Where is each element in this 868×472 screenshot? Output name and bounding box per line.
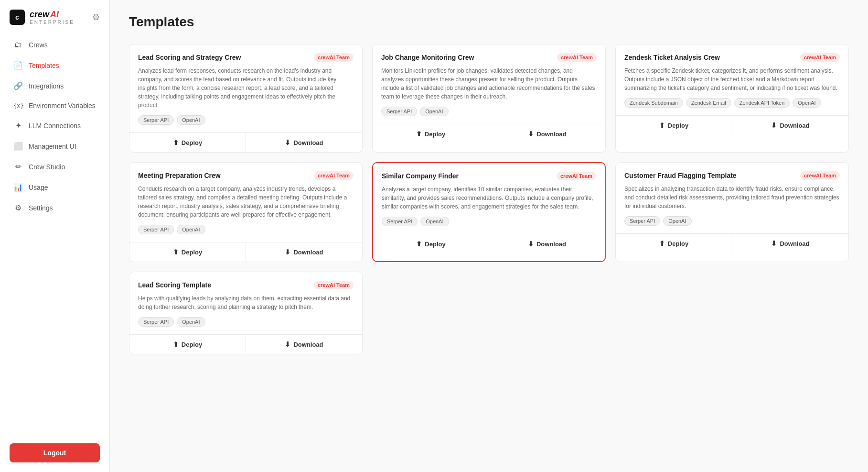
sidebar-settings-icon: ⚙ [13, 203, 23, 212]
tag-openai: OpenAI [177, 317, 205, 327]
download-button[interactable]: ⬇ Download [489, 124, 605, 143]
deploy-button[interactable]: ⬆ Deploy [373, 234, 489, 253]
deploy-label: Deploy [182, 249, 202, 256]
sidebar-item-crews-label: Crews [29, 41, 48, 49]
logout-button[interactable]: Logout [10, 443, 100, 462]
card-title: Job Change Monitoring Crew [381, 54, 474, 61]
sidebar-item-crew-studio-label: Crew Studio [29, 163, 65, 171]
sidebar-item-usage[interactable]: 📊 Usage [4, 177, 106, 197]
logout-section: Logout [0, 434, 109, 472]
sidebar-item-management[interactable]: ⬜ Management UI [4, 136, 106, 156]
download-icon: ⬇ [771, 121, 777, 129]
card-tags: Zendesk Subdomain Zendesk Email Zendesk … [624, 98, 840, 108]
card-lead-scoring-strategy: Lead Scoring and Strategy Crew crewAI Te… [129, 44, 363, 153]
card-actions: ⬆ Deploy ⬇ Download [616, 115, 848, 135]
card-title: Zendesk Ticket Analysis Crew [624, 54, 720, 61]
card-badge: crewAI Team [314, 281, 354, 289]
sidebar-item-usage-label: Usage [29, 184, 48, 191]
card-desc: Monitors LinkedIn profiles for job chang… [381, 66, 597, 101]
sidebar-item-crew-studio[interactable]: ✏ Crew Studio [4, 157, 106, 176]
sidebar-item-management-label: Management UI [29, 143, 76, 150]
download-button[interactable]: ⬇ Download [732, 116, 848, 135]
card-badge: crewAI Team [557, 172, 596, 180]
download-button[interactable]: ⬇ Download [246, 242, 362, 262]
deploy-button[interactable]: ⬆ Deploy [129, 242, 246, 262]
card-header: Job Change Monitoring Crew crewAI Team [381, 53, 597, 62]
tag-serper: Serper API [381, 107, 417, 116]
env-vars-icon: {x} [13, 102, 23, 109]
card-lead-scoring-template: Lead Scoring Template crewAI Team Helps … [129, 272, 363, 354]
deploy-icon: ⬆ [659, 121, 665, 129]
deploy-icon: ⬆ [173, 139, 179, 146]
card-desc: Conducts research on a target company, a… [138, 185, 354, 219]
download-icon: ⬇ [771, 240, 777, 247]
sidebar-item-llm-label: LLM Connections [29, 122, 81, 130]
deploy-button[interactable]: ⬆ Deploy [616, 116, 732, 135]
tag-openai: OpenAI [663, 216, 691, 226]
sidebar-item-settings[interactable]: ⚙ Settings [4, 198, 106, 218]
sidebar-item-templates[interactable]: 📄 Templates [4, 55, 106, 75]
sidebar-item-env-vars-label: Environment Variables [29, 102, 96, 110]
download-label: Download [780, 122, 809, 129]
deploy-button[interactable]: ⬆ Deploy [616, 234, 732, 253]
card-zendesk-ticket: Zendesk Ticket Analysis Crew crewAI Team… [615, 44, 849, 153]
deploy-button[interactable]: ⬆ Deploy [129, 133, 246, 152]
card-header: Lead Scoring Template crewAI Team [138, 281, 354, 289]
usage-icon: 📊 [13, 183, 23, 192]
download-icon: ⬇ [528, 240, 534, 248]
download-button[interactable]: ⬇ Download [246, 133, 362, 152]
sidebar-item-llm[interactable]: ✦ LLM Connections [4, 116, 106, 135]
card-desc: Specializes in analyzing transaction dat… [624, 185, 840, 210]
management-icon: ⬜ [13, 142, 23, 151]
deploy-label: Deploy [425, 131, 445, 138]
deploy-button[interactable]: ⬆ Deploy [373, 124, 489, 143]
download-button[interactable]: ⬇ Download [732, 234, 848, 253]
card-customer-fraud-flagging: Customer Fraud Flagging Template crewAI … [615, 162, 849, 262]
card-tags: Serper API OpenAI [624, 216, 840, 226]
deploy-label: Deploy [668, 122, 688, 129]
card-badge: crewAI Team [557, 53, 597, 62]
card-title: Customer Fraud Flagging Template [624, 172, 737, 179]
card-actions: ⬆ Deploy ⬇ Download [129, 132, 362, 152]
card-desc: Analyzes a target company, identifies 10… [382, 185, 596, 211]
card-body: Lead Scoring Template crewAI Team Helps … [129, 272, 362, 334]
card-header: Lead Scoring and Strategy Crew crewAI Te… [138, 53, 354, 62]
card-similar-company-finder: Similar Company Finder crewAI Team Analy… [372, 162, 606, 262]
card-header: Customer Fraud Flagging Template crewAI … [624, 171, 840, 180]
sidebar-item-crews[interactable]: 🗂 Crews [4, 35, 106, 55]
card-body: Lead Scoring and Strategy Crew crewAI Te… [129, 44, 362, 132]
logo-accent: AI [50, 10, 59, 20]
logo-text-wrapper: crew AI enterprise [30, 10, 75, 25]
card-tags: Serper API OpenAI [138, 115, 354, 125]
download-icon: ⬇ [285, 248, 290, 256]
deploy-icon: ⬆ [173, 340, 179, 348]
deploy-icon: ⬆ [659, 240, 665, 247]
tag-zendesk-subdomain: Zendesk Subdomain [624, 98, 683, 108]
tag-serper: Serper API [138, 115, 174, 125]
card-tags: Serper API OpenAI [381, 107, 597, 116]
llm-icon: ✦ [13, 121, 23, 130]
sidebar-item-env-vars[interactable]: {x} Environment Variables [4, 97, 106, 115]
card-tags: Serper API OpenAI [138, 317, 354, 327]
deploy-button[interactable]: ⬆ Deploy [129, 335, 246, 354]
download-button[interactable]: ⬇ Download [246, 335, 362, 354]
sidebar-item-integrations[interactable]: 🔗 Integrations [4, 76, 106, 96]
deploy-icon: ⬆ [173, 248, 179, 256]
sidebar-nav: 🗂 Crews 📄 Templates 🔗 Integrations {x} E… [0, 30, 109, 434]
tag-serper: Serper API [382, 217, 418, 226]
card-body: Customer Fraud Flagging Template crewAI … [616, 163, 848, 233]
tag-openai: OpenAI [177, 115, 205, 125]
card-tags: Serper API OpenAI [382, 217, 596, 226]
settings-icon[interactable]: ⚙ [92, 12, 100, 22]
crews-icon: 🗂 [13, 41, 23, 49]
download-label: Download [780, 240, 809, 247]
crew-studio-icon: ✏ [13, 162, 23, 171]
deploy-icon: ⬆ [416, 240, 422, 248]
download-icon: ⬇ [528, 130, 534, 138]
tag-zendesk-email: Zendesk Email [686, 98, 731, 108]
card-title: Lead Scoring and Strategy Crew [138, 54, 241, 61]
download-label: Download [293, 139, 323, 146]
card-title: Lead Scoring Template [138, 281, 211, 289]
sidebar-item-templates-label: Templates [29, 62, 59, 69]
download-button[interactable]: ⬇ Download [489, 234, 605, 253]
